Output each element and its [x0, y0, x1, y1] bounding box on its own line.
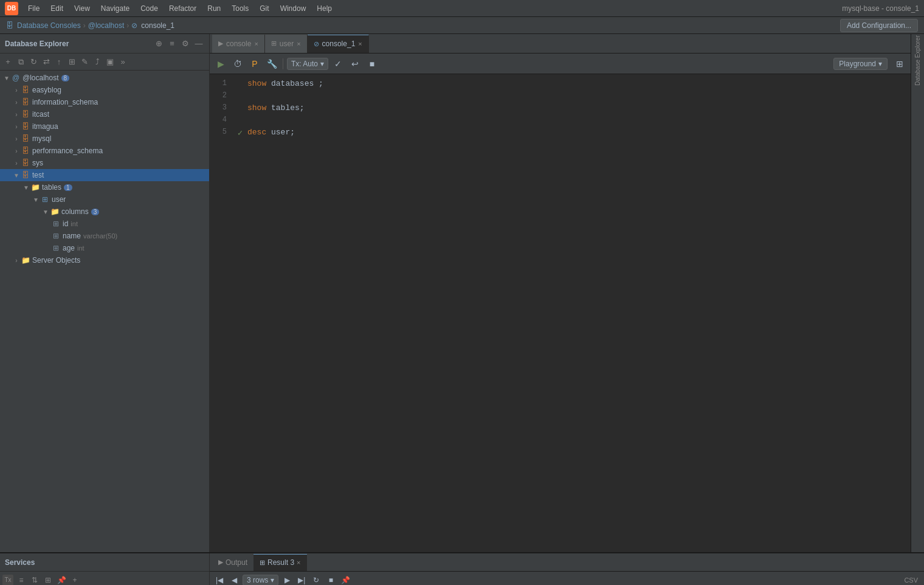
line-content-4: [246, 116, 911, 125]
edit-icon[interactable]: ✎: [79, 57, 90, 68]
tree-db-easyblog[interactable]: › 🗄 easyblog: [0, 84, 209, 96]
grid-view-button[interactable]: ⊞: [892, 57, 907, 71]
vtab-label-db-explorer: Database Explorer: [914, 35, 921, 86]
services-expand-icon[interactable]: ⇅: [29, 575, 40, 586]
tab-close-console[interactable]: ×: [254, 40, 258, 47]
prev-page-button[interactable]: ◀: [228, 574, 240, 586]
more-icon[interactable]: »: [117, 57, 128, 68]
menu-file[interactable]: File: [23, 3, 44, 14]
services-collapse-icon[interactable]: ≡: [16, 575, 27, 586]
stop-button[interactable]: ■: [365, 57, 379, 71]
export-icon[interactable]: ↑: [53, 57, 64, 68]
sync-icon[interactable]: ⇄: [41, 57, 52, 68]
result3-tab-close[interactable]: ×: [297, 559, 300, 566]
menu-refactor[interactable]: Refactor: [164, 3, 201, 14]
run-button[interactable]: ▶: [213, 57, 228, 71]
tree-col-age[interactable]: ⊞ age int: [0, 242, 209, 254]
export-results-button[interactable]: 📌: [339, 574, 351, 586]
pin-button[interactable]: P: [247, 57, 262, 71]
grid-icon[interactable]: ⊞: [66, 57, 77, 68]
menu-navigate[interactable]: Navigate: [96, 3, 134, 14]
breadcrumb-icon-1: 🗄: [6, 21, 13, 30]
tab-console[interactable]: ▶ console ×: [212, 35, 265, 53]
host-label: @localhost: [22, 74, 59, 82]
diagram-icon[interactable]: ▣: [105, 57, 116, 68]
stop-results-button[interactable]: ■: [325, 574, 337, 586]
code-line-2: 2: [210, 91, 911, 103]
duplicate-icon[interactable]: ⧉: [15, 57, 26, 68]
add-datasource-icon[interactable]: ⊕: [153, 38, 164, 49]
tab-result3[interactable]: ⊞ Result 3 ×: [253, 554, 306, 571]
menu-code[interactable]: Code: [136, 3, 163, 14]
history-button[interactable]: ⏱: [230, 57, 245, 71]
settings-icon[interactable]: ⚙: [180, 38, 191, 49]
tree-db-sys[interactable]: › 🗄 sys: [0, 157, 209, 169]
col-type-id: int: [71, 220, 78, 227]
new-connection-icon[interactable]: +: [2, 57, 13, 68]
tab-user[interactable]: ⊞ user ×: [265, 35, 308, 53]
tree-columns-group[interactable]: ▼ 📁 columns 3: [0, 206, 209, 218]
vtab-db-explorer[interactable]: Database Explorer: [912, 39, 924, 81]
breadcrumb-localhost[interactable]: @localhost: [88, 21, 125, 30]
tab-close-console1[interactable]: ×: [358, 40, 362, 47]
tree-db-mysql[interactable]: › 🗄 mysql: [0, 133, 209, 145]
tree-col-id[interactable]: ⊞ id int: [0, 218, 209, 230]
minimize-icon[interactable]: —: [193, 38, 204, 49]
tools-button[interactable]: 🔧: [264, 57, 279, 71]
tree-host-localhost[interactable]: ▼ @ @localhost 8: [0, 72, 209, 84]
col-label-age: age: [63, 244, 75, 252]
col-icon-id: ⊞: [51, 219, 61, 229]
breadcrumb-db-consoles[interactable]: Database Consoles: [17, 21, 81, 30]
db-icon-sys: 🗄: [21, 158, 30, 168]
tree-db-itcast[interactable]: › 🗄 itcast: [0, 108, 209, 120]
table-icon-user: ⊞: [40, 195, 50, 204]
jump-icon[interactable]: ⤴: [92, 57, 103, 68]
services-add-icon[interactable]: +: [69, 575, 80, 586]
menu-view[interactable]: View: [69, 3, 95, 14]
tree-server-objects[interactable]: › 📁 Server Objects: [0, 254, 209, 266]
db-toolbar: + ⧉ ↻ ⇄ ↑ ⊞ ✎ ⤴ ▣ »: [0, 54, 209, 71]
menu-window[interactable]: Window: [275, 3, 311, 14]
col-type-age: int: [77, 244, 84, 252]
results-panel: ▶ Output ⊞ Result 3 × |◀ ◀ 3 rows ▾ ▶ ▶|…: [210, 553, 924, 585]
playground-dropdown[interactable]: Playground ▾: [833, 58, 888, 70]
tx-dropdown[interactable]: Tx: Auto ▾: [287, 58, 328, 70]
tree-db-information-schema[interactable]: › 🗄 information_schema: [0, 96, 209, 108]
playground-label: Playground: [839, 60, 876, 68]
commit-button[interactable]: ✓: [331, 57, 345, 71]
refresh-results-button[interactable]: ↻: [310, 574, 322, 586]
services-title: Services: [5, 558, 35, 567]
last-page-button[interactable]: ▶|: [295, 574, 308, 586]
tab-console1[interactable]: ⊘ console_1 ×: [308, 35, 369, 53]
line-content-3: show tables;: [246, 103, 911, 112]
menu-git[interactable]: Git: [255, 3, 274, 14]
services-group-icon[interactable]: ⊞: [43, 575, 53, 586]
services-pin-icon[interactable]: 📌: [56, 575, 67, 586]
collapse-all-icon[interactable]: ≡: [167, 38, 178, 49]
tree-db-itmagua[interactable]: › 🗄 itmagua: [0, 120, 209, 133]
server-objects-label: Server Objects: [32, 256, 80, 265]
server-objects-arrow: ›: [12, 257, 21, 264]
menu-help[interactable]: Help: [312, 3, 337, 14]
db-icon-itcast: 🗄: [21, 109, 30, 119]
code-editor[interactable]: 1 show databases ; 2 3 show tables;: [210, 74, 911, 552]
tree-table-user[interactable]: ▼ ⊞ user: [0, 193, 209, 206]
host-badge: 8: [61, 75, 70, 81]
menu-tools[interactable]: Tools: [227, 3, 253, 14]
first-page-button[interactable]: |◀: [213, 574, 226, 586]
next-page-button[interactable]: ▶: [281, 574, 293, 586]
tree-db-perfschema[interactable]: › 🗄 performance_schema: [0, 145, 209, 157]
rows-dropdown[interactable]: 3 rows ▾: [243, 575, 278, 586]
folder-icon-columns: 📁: [50, 207, 60, 216]
refresh-icon[interactable]: ↻: [28, 57, 39, 68]
tab-output[interactable]: ▶ Output: [212, 554, 253, 571]
tree-db-test[interactable]: ▼ 🗄 test: [0, 169, 209, 181]
tab-close-user[interactable]: ×: [297, 40, 300, 47]
menu-run[interactable]: Run: [202, 3, 226, 14]
rollback-button[interactable]: ↩: [348, 57, 362, 71]
add-configuration-button[interactable]: Add Configuration...: [840, 19, 918, 32]
menu-edit[interactable]: Edit: [46, 3, 68, 14]
tree-col-name[interactable]: ⊞ name varchar(50): [0, 230, 209, 242]
col-type-name: varchar(50): [83, 232, 117, 240]
tree-tables-group[interactable]: ▼ 📁 tables 1: [0, 181, 209, 193]
